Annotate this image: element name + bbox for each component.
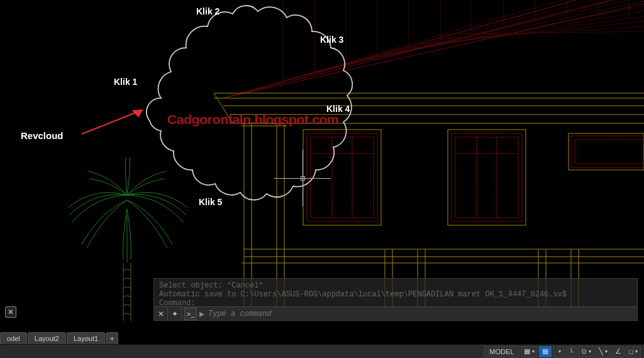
svg-rect-8 bbox=[452, 133, 522, 221]
svg-rect-11 bbox=[479, 140, 494, 151]
svg-rect-9 bbox=[455, 137, 518, 218]
klik3-label: Klik 3 bbox=[320, 35, 343, 45]
revcloud-label: Revcloud bbox=[21, 130, 64, 141]
svg-rect-1 bbox=[311, 137, 374, 218]
svg-rect-14 bbox=[479, 156, 494, 215]
svg-rect-18 bbox=[577, 142, 641, 161]
add-layout-button[interactable]: + bbox=[106, 332, 118, 344]
klik5-label: Klik 5 bbox=[199, 197, 222, 207]
klik2-label: Klik 2 bbox=[196, 6, 219, 16]
svg-rect-16 bbox=[571, 136, 644, 167]
svg-rect-0 bbox=[307, 133, 377, 221]
cmd-chevron-icon: ▸ bbox=[199, 308, 204, 320]
snap-mode-button[interactable]: ▦ bbox=[539, 346, 552, 357]
object-snap-dd[interactable]: □▾ bbox=[626, 346, 641, 357]
ortho-button[interactable]: └ bbox=[565, 346, 577, 357]
svg-rect-6 bbox=[335, 156, 350, 215]
tab-layout2[interactable]: Layout2 bbox=[28, 332, 66, 344]
drawing-viewport[interactable]: Klik 1 Klik 2 Klik 3 Klik 4 Klik 5 Revcl… bbox=[0, 0, 644, 321]
grid-display-button[interactable]: ▦▾ bbox=[521, 346, 538, 357]
svg-rect-17 bbox=[575, 140, 644, 164]
close-cmd-button[interactable]: ✕ bbox=[154, 307, 168, 321]
isodraft-button[interactable]: ╲▾ bbox=[596, 346, 611, 357]
status-bar: MODEL ▦▾ ▦ ▾ └ ⊙▾ ╲▾ ∠ □▾ bbox=[0, 344, 644, 358]
cad-drawing bbox=[0, 0, 644, 321]
tab-layout1[interactable]: Layout1 bbox=[67, 332, 105, 344]
klik1-label: Klik 1 bbox=[114, 77, 137, 87]
watermark-text: Cadgorontalo.blogspot.com bbox=[167, 112, 338, 127]
svg-rect-15 bbox=[499, 156, 516, 215]
command-line: ✕ ✦ >_ ▸ bbox=[154, 306, 637, 320]
svg-rect-5 bbox=[313, 156, 330, 215]
hist-line-1: Select object: *Cancel* bbox=[159, 281, 264, 290]
svg-rect-10 bbox=[458, 140, 474, 151]
svg-rect-7 bbox=[355, 156, 371, 215]
svg-rect-12 bbox=[499, 140, 516, 151]
osnap-button[interactable]: ∠ bbox=[612, 346, 625, 357]
command-panel: Select object: *Cancel* Automatic save t… bbox=[153, 278, 638, 321]
customize-cmd-button[interactable]: ✦ bbox=[168, 307, 182, 321]
svg-rect-4 bbox=[355, 140, 371, 151]
command-history: Select object: *Cancel* Automatic save t… bbox=[154, 279, 637, 309]
svg-rect-19 bbox=[303, 130, 381, 225]
svg-rect-13 bbox=[458, 156, 474, 215]
svg-rect-20 bbox=[448, 130, 526, 225]
hist-line-2: Automatic save to C:\Users\ASUS-ROG\appd… bbox=[159, 290, 567, 299]
layout-tabs: odel Layout2 Layout1 + bbox=[0, 332, 119, 344]
cmd-prompt-icon: >_ bbox=[184, 308, 197, 320]
polar-button[interactable]: ⊙▾ bbox=[578, 346, 594, 357]
dropdown-1[interactable]: ▾ bbox=[553, 346, 564, 357]
model-space-button[interactable]: MODEL bbox=[484, 346, 519, 357]
command-input[interactable] bbox=[204, 310, 637, 318]
close-view-button[interactable]: ✕ bbox=[5, 306, 16, 318]
svg-rect-2 bbox=[313, 140, 330, 151]
svg-rect-21 bbox=[569, 133, 644, 170]
tab-model[interactable]: odel bbox=[0, 332, 27, 344]
